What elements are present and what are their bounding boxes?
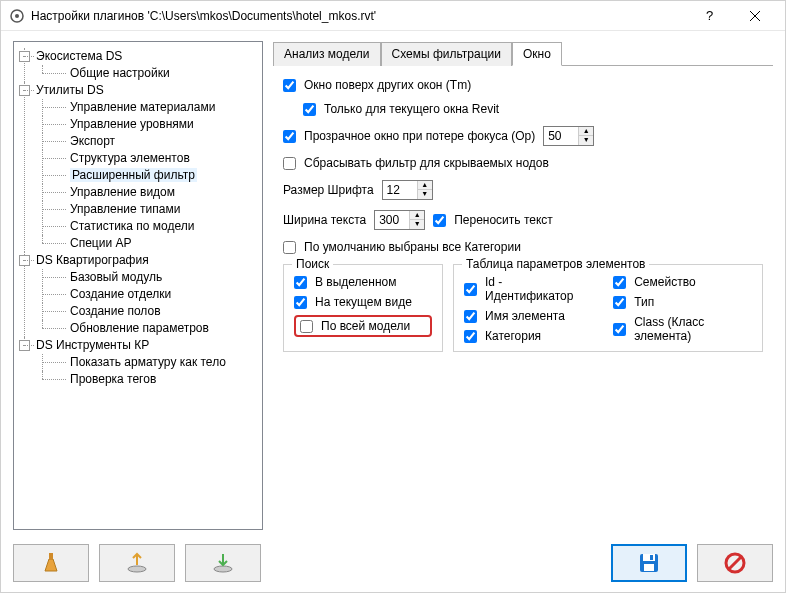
checkbox-wrap-text[interactable]: Переносить текст bbox=[433, 213, 553, 227]
checkbox-in-selection[interactable]: В выделенном bbox=[294, 275, 432, 289]
tree-leaf[interactable]: Управление видом bbox=[70, 185, 175, 199]
footer-toolbar bbox=[1, 538, 785, 592]
clean-button[interactable] bbox=[13, 544, 89, 582]
tree-leaf[interactable]: Управление уровнями bbox=[70, 117, 194, 131]
import-button[interactable] bbox=[185, 544, 261, 582]
tree-toggle[interactable]: - bbox=[19, 85, 30, 96]
export-button[interactable] bbox=[99, 544, 175, 582]
tree-node[interactable]: Утилиты DS bbox=[36, 83, 104, 97]
tree-leaf[interactable]: Проверка тегов bbox=[70, 372, 156, 386]
tree-leaf[interactable]: Показать арматуру как тело bbox=[70, 355, 226, 369]
group-search-legend: Поиск bbox=[292, 257, 333, 271]
svg-rect-8 bbox=[643, 554, 655, 561]
checkbox-class[interactable]: Class (Класс элемента) bbox=[613, 315, 752, 343]
tree-panel: -Экосистема DS Общие настройки -Утилиты … bbox=[13, 41, 263, 530]
tree-node[interactable]: Экосистема DS bbox=[36, 49, 122, 63]
opacity-spinner[interactable]: ▲▼ bbox=[543, 126, 594, 146]
checkbox-transparent[interactable]: Прозрачное окно при потере фокуса (Op) bbox=[283, 129, 535, 143]
tree-toggle[interactable]: - bbox=[19, 255, 30, 266]
checkbox-id[interactable]: Id - Идентификатор bbox=[464, 275, 583, 303]
tree-leaf[interactable]: Создание полов bbox=[70, 304, 161, 318]
checkbox-default-all-categories[interactable]: По умолчанию выбраны все Категории bbox=[283, 240, 763, 254]
close-button[interactable] bbox=[732, 1, 777, 30]
svg-point-6 bbox=[214, 566, 232, 572]
group-table-params: Таблица параметров элементов Id - Иденти… bbox=[453, 264, 763, 352]
tree-leaf-selected[interactable]: Расширенный фильтр bbox=[70, 168, 197, 182]
checkbox-family[interactable]: Семейство bbox=[613, 275, 752, 289]
tree-leaf[interactable]: Специи АР bbox=[70, 236, 131, 250]
tab-analysis[interactable]: Анализ модели bbox=[273, 42, 381, 66]
svg-rect-9 bbox=[644, 564, 654, 571]
tree-toggle[interactable]: - bbox=[19, 340, 30, 351]
tab-content-window: Окно поверх других окон (Tm) Только для … bbox=[273, 66, 773, 364]
tree-leaf[interactable]: Структура элементов bbox=[70, 151, 190, 165]
tab-window[interactable]: Окно bbox=[512, 42, 562, 66]
app-icon bbox=[9, 8, 25, 24]
cancel-button[interactable] bbox=[697, 544, 773, 582]
spin-down[interactable]: ▼ bbox=[579, 136, 593, 145]
tree-leaf[interactable]: Экспорт bbox=[70, 134, 115, 148]
help-button[interactable]: ? bbox=[687, 1, 732, 30]
titlebar: Настройки плагинов 'C:\Users\mkos\Docume… bbox=[1, 1, 785, 31]
checkbox-topmost[interactable]: Окно поверх других окон (Tm) bbox=[283, 78, 763, 92]
tree-leaf[interactable]: Обновление параметров bbox=[70, 321, 209, 335]
label-text-width: Ширина текста bbox=[283, 213, 366, 227]
tree-node[interactable]: DS Квартирография bbox=[36, 253, 149, 267]
tree-leaf[interactable]: Управление типами bbox=[70, 202, 180, 216]
tree-leaf[interactable]: Управление материалами bbox=[70, 100, 215, 114]
group-table-legend: Таблица параметров элементов bbox=[462, 257, 649, 271]
label-font-size: Размер Шрифта bbox=[283, 183, 374, 197]
spin-down[interactable]: ▼ bbox=[418, 190, 432, 199]
svg-point-5 bbox=[128, 566, 146, 572]
tree-node[interactable]: DS Инструменты КР bbox=[36, 338, 149, 352]
spin-up[interactable]: ▲ bbox=[418, 181, 432, 190]
text-width-spinner[interactable]: ▲▼ bbox=[374, 210, 425, 230]
checkbox-category[interactable]: Категория bbox=[464, 329, 583, 343]
tree-leaf[interactable]: Общие настройки bbox=[70, 66, 170, 80]
opacity-value[interactable] bbox=[544, 127, 578, 145]
tree-leaf[interactable]: Статистика по модели bbox=[70, 219, 195, 233]
text-width-value[interactable] bbox=[375, 211, 409, 229]
tab-filter-schemes[interactable]: Схемы фильтрации bbox=[381, 42, 512, 66]
font-size-spinner[interactable]: ▲▼ bbox=[382, 180, 433, 200]
tabs: Анализ модели Схемы фильтрации Окно bbox=[273, 41, 773, 66]
svg-rect-10 bbox=[650, 555, 653, 560]
tree-toggle[interactable]: - bbox=[19, 51, 30, 62]
save-button[interactable] bbox=[611, 544, 687, 582]
svg-line-12 bbox=[729, 557, 741, 569]
checkbox-whole-model[interactable]: По всей модели bbox=[300, 319, 410, 333]
spin-up[interactable]: ▲ bbox=[410, 211, 424, 220]
checkbox-on-current-view[interactable]: На текущем виде bbox=[294, 295, 432, 309]
checkbox-type[interactable]: Тип bbox=[613, 295, 752, 309]
checkbox-element-name[interactable]: Имя элемента bbox=[464, 309, 583, 323]
spin-up[interactable]: ▲ bbox=[579, 127, 593, 136]
tree-leaf[interactable]: Базовый модуль bbox=[70, 270, 162, 284]
font-size-value[interactable] bbox=[383, 181, 417, 199]
spin-down[interactable]: ▼ bbox=[410, 220, 424, 229]
tree-leaf[interactable]: Создание отделки bbox=[70, 287, 171, 301]
window-title: Настройки плагинов 'C:\Users\mkos\Docume… bbox=[31, 9, 687, 23]
svg-point-1 bbox=[15, 14, 19, 18]
group-search: Поиск В выделенном На текущем виде По вс… bbox=[283, 264, 443, 352]
checkbox-reset-filter[interactable]: Сбрасывать фильтр для скрываемых нодов bbox=[283, 156, 763, 170]
svg-rect-4 bbox=[49, 553, 53, 559]
checkbox-only-current-revit[interactable]: Только для текущего окна Revit bbox=[303, 102, 763, 116]
plugin-tree[interactable]: -Экосистема DS Общие настройки -Утилиты … bbox=[18, 48, 258, 388]
